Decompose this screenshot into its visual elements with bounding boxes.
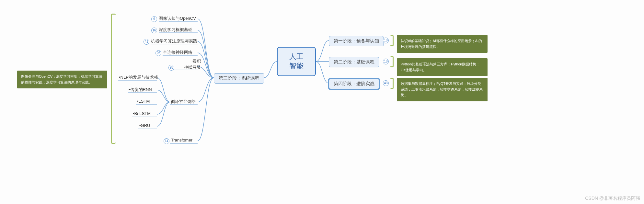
bracket-stage2 — [390, 56, 394, 67]
stage1-badge: 10 — [383, 38, 389, 43]
stage2-label: 第二阶段：基础课程 — [334, 59, 374, 64]
watermark: CSDN @非著名程序员阿强 — [585, 196, 640, 201]
stage1-label: 第一阶段：预备与认知 — [334, 38, 379, 43]
stage2-node[interactable]: 第二阶段：基础课程 — [329, 57, 379, 67]
rnn-child-1[interactable]: •NLP的发展与技术栈 — [119, 74, 158, 80]
stage3-child-2[interactable]: 深度学习框架基础 — [159, 27, 192, 33]
stage2-badge: 18 — [383, 59, 389, 64]
root-label: 人工 智能 — [289, 52, 304, 71]
stage4-label: 第四阶段：进阶实战 — [334, 81, 374, 86]
note-stage4: 数据集与数据集标注；PyQT开发与实践；垃圾分类系统；工业流水线系统；智能交通系… — [397, 78, 488, 101]
stage3-node[interactable]: 第三阶段：系统课程 — [214, 73, 264, 84]
stage3-label: 第三阶段：系统课程 — [219, 75, 259, 81]
connector-lines — [0, 0, 644, 204]
bracket-stage4 — [390, 78, 394, 89]
stage4-badge: 43 — [383, 80, 389, 86]
stage3-child-4[interactable]: 全连接神经网络 — [163, 50, 192, 55]
note-stage2: Python的基础语法与第三方库；Python数据结构；Git使用与学习。 — [397, 58, 488, 76]
stage3-child-1[interactable]: 图像认知与OpenCV — [159, 16, 196, 21]
note-stage3: 图像处理与OpenCV；深度学习框架；机器学习算法的原理与实践；深度学习算法的原… — [17, 71, 107, 88]
stage1-node[interactable]: 第一阶段：预备与认知 — [329, 36, 384, 46]
rnn-child-3[interactable]: •LSTM — [137, 99, 150, 104]
rnn-child-5[interactable]: •GRU — [139, 123, 150, 128]
rnn-child-2[interactable]: •传统的RNN — [129, 87, 152, 93]
rnn-child-4[interactable]: •Bi-LSTM — [133, 111, 151, 116]
bracket-stage1 — [390, 35, 394, 46]
stage3-child-7[interactable]: Transfomer — [171, 138, 192, 142]
stage3-child-6[interactable]: 循环神经网络 — [171, 99, 196, 105]
bracket-stage3 — [111, 14, 116, 144]
stage4-node[interactable]: 第四阶段：进阶实战 — [329, 79, 379, 89]
stage3-child-3-badge: 41 — [144, 39, 149, 45]
stage3-child-4-badge: 26 — [155, 50, 161, 56]
stage3-child-2-badge: 16 — [151, 28, 157, 33]
note-stage1: 认识AI的基础知识；AI都有什么样的应用场景；AI的环境与环境的搭建流程。 — [397, 35, 488, 53]
root-node[interactable]: 人工 智能 — [277, 47, 316, 76]
stage3-child-3[interactable]: 机器学习算法原理与实践 — [151, 38, 197, 44]
stage3-child-1-badge: 9 — [151, 16, 157, 22]
stage3-child-7-badge: 14 — [164, 138, 169, 144]
stage3-child-5-badge: 28 — [168, 65, 174, 71]
